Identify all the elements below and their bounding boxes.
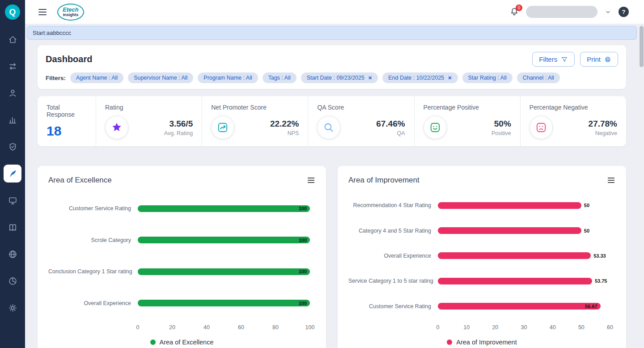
bar-track: 50 bbox=[438, 227, 610, 234]
filter-pill[interactable]: End Date : 10/22/2025✕ bbox=[382, 72, 458, 83]
scrollbar-thumb[interactable] bbox=[640, 26, 644, 67]
close-icon[interactable]: ✕ bbox=[368, 75, 372, 81]
filter-pill[interactable]: Start Date : 09/23/2025✕ bbox=[301, 72, 378, 83]
filter-pill[interactable]: Channel : All bbox=[517, 72, 560, 83]
bar-category-label: Conclusion Category 1 Star rating bbox=[48, 268, 138, 275]
bar: 100 bbox=[138, 300, 310, 306]
x-axis: 020406080100 bbox=[48, 324, 315, 332]
print-button-label: Print bbox=[587, 55, 601, 63]
axis-tick-label: 10 bbox=[463, 324, 470, 331]
bar-value: 56.67 bbox=[585, 304, 597, 309]
sidebar-item-pie-chart[interactable] bbox=[4, 272, 21, 290]
filter-pill[interactable]: Supervisor Name : All bbox=[128, 72, 193, 83]
filters-button[interactable]: Filters bbox=[532, 52, 575, 67]
sidebar-item-bar-chart[interactable] bbox=[4, 111, 21, 129]
stat-title: Percentage Positive bbox=[424, 104, 511, 111]
app-logo[interactable]: Q bbox=[5, 4, 20, 20]
print-button[interactable]: Print bbox=[580, 52, 618, 67]
chart-header: Area of Improvement bbox=[348, 176, 615, 185]
chart-header: Area of Excellence bbox=[48, 176, 315, 185]
filter-pill-label: Star Rating : All bbox=[468, 75, 507, 81]
chart-context-menu-icon[interactable] bbox=[307, 176, 315, 185]
home-icon bbox=[8, 35, 17, 44]
axis-tick-label: 20 bbox=[492, 324, 498, 331]
user-menu-placeholder[interactable] bbox=[526, 6, 597, 18]
chart-plot: Customer Service Rating100Scrole Categor… bbox=[48, 193, 315, 319]
bar-track: 56.67 bbox=[438, 303, 610, 310]
gauge-icon bbox=[211, 116, 234, 139]
filter-pill-label: Program Name : All bbox=[203, 75, 252, 81]
sidebar-item-settings[interactable] bbox=[4, 299, 21, 317]
settings-icon bbox=[8, 303, 17, 313]
bar: 100 bbox=[138, 268, 310, 275]
bar-row: Customer Service Rating100 bbox=[48, 205, 315, 212]
sidebar-item-book[interactable] bbox=[4, 218, 21, 236]
bar-category-label: Recommendation 4 Star Rating bbox=[348, 202, 438, 208]
chart-title: Area of Excellence bbox=[48, 176, 112, 185]
filter-pill[interactable]: Agent Name : All bbox=[70, 72, 123, 83]
app-root: Q Etech Insights 0 ? Start:aabbcccc bbox=[0, 0, 644, 348]
stat-title: Rating bbox=[105, 104, 193, 111]
bar-track: 100 bbox=[138, 237, 310, 243]
sidebar-item-shield[interactable] bbox=[4, 138, 21, 156]
sidebar-item-transfer[interactable] bbox=[4, 57, 21, 75]
header-actions: 0 ? bbox=[508, 6, 629, 18]
sidebar-item-survey-pen[interactable] bbox=[4, 165, 21, 182]
bar-value: 50 bbox=[584, 228, 589, 233]
chart-legend[interactable]: Area of Excellence bbox=[48, 339, 315, 346]
close-icon[interactable]: ✕ bbox=[448, 75, 452, 81]
bar-value: 100 bbox=[299, 301, 307, 306]
globe-icon bbox=[8, 250, 17, 259]
axis-tick-label: 100 bbox=[305, 324, 315, 331]
star-icon bbox=[105, 116, 128, 139]
help-icon[interactable]: ? bbox=[619, 7, 629, 17]
stat-body: 50%Positive bbox=[424, 116, 511, 139]
sidebar-item-monitor[interactable] bbox=[4, 191, 21, 209]
sidebar-item-user[interactable] bbox=[4, 84, 21, 102]
bar bbox=[438, 227, 581, 234]
bar: 100 bbox=[138, 237, 310, 243]
stat-body: 67.46%QA bbox=[317, 116, 405, 139]
bar-row: Conclusion Category 1 Star rating100 bbox=[48, 268, 315, 275]
bar-track: 50 bbox=[438, 202, 610, 209]
sidebar: Q bbox=[0, 0, 25, 348]
sad-icon bbox=[530, 116, 553, 139]
filter-pill-label: Start Date : 09/23/2025 bbox=[307, 75, 364, 81]
filter-pills: Agent Name : AllSupervisor Name : AllPro… bbox=[70, 72, 560, 83]
bar-value: 100 bbox=[299, 206, 307, 211]
bar-track: 53.75 bbox=[438, 278, 610, 284]
bar: 56.67 bbox=[438, 303, 601, 310]
monitor-icon bbox=[8, 196, 17, 205]
stat-qa-score: QA Score67.46%QA bbox=[308, 96, 414, 146]
brand-name: Etech bbox=[63, 7, 78, 13]
notifications-bell-icon[interactable]: 0 bbox=[508, 6, 520, 18]
filter-pill[interactable]: Program Name : All bbox=[198, 72, 258, 83]
legend-dot-icon bbox=[447, 340, 452, 345]
stat-title: Total Response bbox=[47, 104, 87, 118]
bar-track: 100 bbox=[138, 268, 310, 275]
chart-legend[interactable]: Area of Improvement bbox=[348, 339, 615, 346]
bar-chart: Customer Service Rating100Scrole Categor… bbox=[48, 193, 315, 332]
filter-pill[interactable]: Tags : All bbox=[263, 72, 297, 83]
session-banner: Start:aabbcccc bbox=[27, 26, 637, 40]
chart-context-menu-icon[interactable] bbox=[607, 176, 615, 185]
sidebar-item-globe[interactable] bbox=[4, 245, 21, 263]
stat-body: 22.22%NPS bbox=[211, 116, 299, 139]
dashboard-title-row: Dashboard Filters Print bbox=[46, 52, 618, 67]
sidebar-item-home[interactable] bbox=[4, 30, 21, 48]
bar-row: Overall Experience100 bbox=[48, 300, 315, 306]
filter-pill[interactable]: Star Rating : All bbox=[462, 72, 513, 83]
stat-sublabel: Negative bbox=[589, 130, 617, 136]
filters-label: Filters: bbox=[46, 75, 66, 81]
menu-toggle-icon[interactable] bbox=[37, 7, 48, 17]
top-header: Etech Insights 0 ? bbox=[25, 0, 644, 24]
chevron-down-icon[interactable] bbox=[603, 7, 613, 17]
stat-value: 18 bbox=[47, 123, 87, 139]
bar-category-label: Customer Service Rating bbox=[348, 303, 438, 310]
x-axis: 0102030405060 bbox=[348, 324, 615, 332]
notification-badge: 0 bbox=[516, 4, 522, 11]
scrollbar-track[interactable] bbox=[640, 25, 644, 347]
stat-title: Percentage Negative bbox=[530, 104, 617, 111]
shield-icon bbox=[8, 142, 17, 152]
stat-net-promoter-score: Net Promoter Score22.22%NPS bbox=[202, 96, 308, 146]
